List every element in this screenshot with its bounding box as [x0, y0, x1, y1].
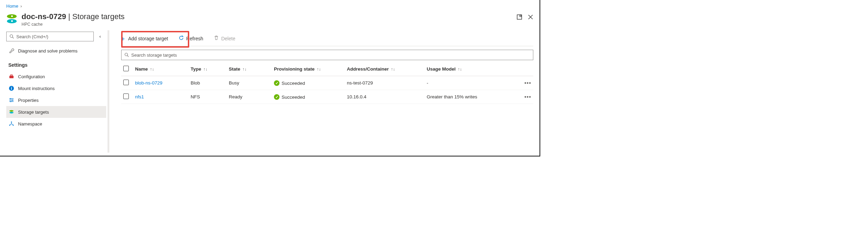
trash-icon	[214, 35, 219, 42]
sidebar-item-mount[interactable]: Mount instructions	[6, 82, 106, 94]
collapse-sidebar-button[interactable]: ‹‹	[99, 34, 100, 39]
sidebar-item-label: Namespace	[18, 121, 42, 127]
refresh-label: Refresh	[186, 36, 203, 41]
col-addr[interactable]: Address/Container↑↓	[345, 62, 425, 76]
cell-type: Blob	[189, 76, 227, 90]
chevron-right-icon: ›	[20, 3, 22, 9]
svg-point-13	[11, 122, 12, 123]
window-pin-button[interactable]	[517, 14, 522, 22]
svg-rect-7	[11, 87, 12, 88]
filter-placeholder: Search storage targets	[131, 52, 177, 58]
svg-rect-4	[10, 75, 12, 76]
resource-type-label: HPC cache	[22, 22, 125, 27]
svg-rect-6	[11, 88, 12, 90]
sidebar-item-label: Mount instructions	[18, 86, 55, 91]
page-header: doc-ns-0729 | Storage targets HPC cache	[0, 11, 540, 30]
col-usage[interactable]: Usage Model↑↓	[425, 62, 519, 76]
refresh-button[interactable]: Refresh	[176, 34, 205, 43]
row-checkbox[interactable]	[123, 80, 129, 85]
svg-rect-1	[520, 15, 521, 17]
cell-prov: ✓Succeeded	[272, 76, 345, 90]
search-icon	[124, 52, 129, 57]
add-storage-target-button[interactable]: ＋ Add storage target	[118, 33, 170, 44]
sidebar-item-label: Storage targets	[18, 110, 49, 115]
toolbar: ＋ Add storage target Refresh Delete	[121, 32, 533, 46]
sidebar-item-configuration[interactable]: Configuration	[6, 71, 106, 82]
storage-targets-table: Name↑↓ Type↑↓ State↑↓ Provisioning state…	[121, 62, 533, 104]
svg-point-12	[9, 112, 14, 113]
breadcrumb: Home ›	[0, 0, 540, 11]
page-title: doc-ns-0729 | Storage targets	[22, 12, 125, 21]
search-storage-targets-input[interactable]: Search storage targets	[121, 50, 533, 60]
resource-name: doc-ns-0729	[22, 12, 66, 21]
cell-addr: 10.16.0.4	[345, 90, 425, 104]
storage-target-link[interactable]: nfs1	[135, 94, 144, 99]
sidebar-item-properties[interactable]: Properties	[6, 94, 106, 106]
cell-state: Busy	[227, 76, 272, 90]
sidebar-search-placeholder: Search (Cmd+/)	[16, 34, 48, 39]
svg-point-11	[9, 110, 14, 112]
svg-rect-3	[9, 76, 14, 78]
col-state[interactable]: State↑↓	[227, 62, 272, 76]
cell-usage: Greater than 15% writes	[425, 90, 519, 104]
svg-point-9	[12, 100, 13, 101]
row-checkbox[interactable]	[123, 94, 129, 99]
sidebar-item-storage-targets[interactable]: Storage targets	[6, 106, 106, 118]
refresh-icon	[178, 35, 184, 42]
storage-icon	[8, 109, 15, 115]
svg-point-8	[10, 98, 11, 99]
table-row[interactable]: blob-ns-0729 Blob Busy ✓Succeeded ns-tes…	[121, 76, 533, 90]
select-all-checkbox[interactable]	[123, 66, 129, 71]
svg-point-10	[10, 101, 11, 102]
info-icon	[8, 86, 15, 91]
storage-target-link[interactable]: blob-ns-0729	[135, 80, 162, 86]
svg-point-2	[10, 35, 13, 38]
hpc-cache-icon	[6, 14, 17, 25]
sidebar-item-label: Properties	[18, 98, 39, 103]
close-button[interactable]	[528, 14, 533, 22]
sidebar-section-settings: Settings	[6, 57, 108, 71]
col-name[interactable]: Name↑↓	[133, 62, 189, 76]
search-icon	[9, 34, 14, 39]
cell-usage: -	[425, 76, 519, 90]
sidebar-item-label: Configuration	[18, 74, 45, 79]
plus-icon: ＋	[120, 34, 126, 43]
sidebar: Search (Cmd+/) ‹‹ Diagnose and solve pro…	[0, 30, 108, 153]
row-menu-button[interactable]: •••	[519, 76, 533, 90]
sidebar-item-namespace[interactable]: Namespace	[6, 118, 106, 130]
row-menu-button[interactable]: •••	[519, 90, 533, 104]
sidebar-item-label: Diagnose and solve problems	[18, 48, 77, 54]
sort-icon: ↑↓	[391, 67, 395, 72]
wrench-icon	[8, 48, 15, 54]
sort-icon: ↑↓	[242, 67, 247, 72]
cell-addr: ns-test-0729	[345, 76, 425, 90]
window-icon	[517, 14, 522, 20]
sort-icon: ↑↓	[150, 67, 154, 72]
sidebar-search-input[interactable]: Search (Cmd+/)	[6, 32, 94, 41]
sort-icon: ↑↓	[317, 67, 321, 72]
svg-point-16	[125, 53, 128, 56]
success-icon: ✓	[274, 94, 279, 100]
sidebar-item-diagnose[interactable]: Diagnose and solve problems	[6, 45, 106, 57]
cell-prov: ✓Succeeded	[272, 90, 345, 104]
delete-label: Delete	[221, 36, 235, 41]
col-type[interactable]: Type↑↓	[189, 62, 227, 76]
cell-state: Ready	[227, 90, 272, 104]
network-icon	[8, 121, 15, 127]
section-name: Storage targets	[72, 12, 124, 21]
main-content: ＋ Add storage target Refresh Delete Sear…	[109, 30, 540, 153]
add-label: Add storage target	[128, 36, 168, 41]
delete-button: Delete	[211, 34, 237, 43]
col-prov[interactable]: Provisioning state↑↓	[272, 62, 345, 76]
sliders-icon	[8, 97, 15, 103]
breadcrumb-home[interactable]: Home	[6, 3, 18, 9]
table-row[interactable]: nfs1 NFS Ready ✓Succeeded 10.16.0.4 Grea…	[121, 90, 533, 104]
sort-icon: ↑↓	[203, 67, 208, 72]
close-icon	[528, 14, 533, 20]
cell-type: NFS	[189, 90, 227, 104]
toolbox-icon	[8, 74, 15, 79]
sort-icon: ↑↓	[458, 67, 462, 72]
success-icon: ✓	[274, 80, 279, 86]
